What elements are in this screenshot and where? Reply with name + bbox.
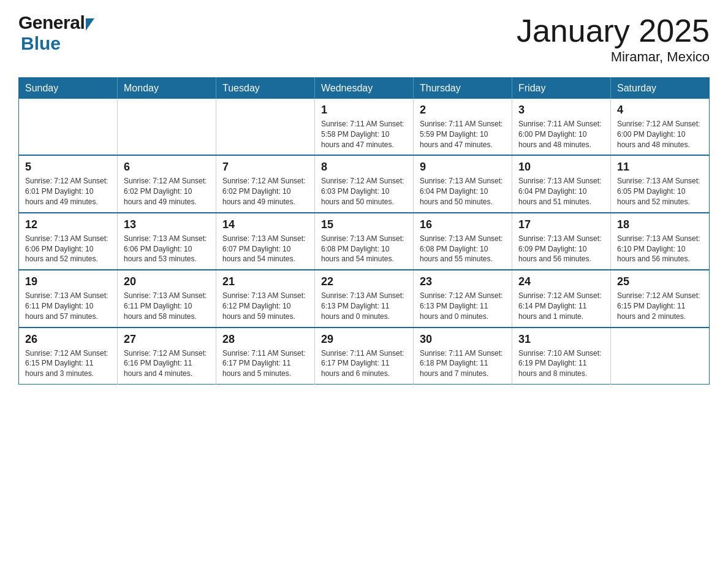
day-number: 25 [617, 275, 703, 288]
calendar-week-row: 26Sunrise: 7:12 AM Sunset: 6:15 PM Dayli… [19, 327, 710, 385]
day-number: 8 [321, 161, 407, 174]
calendar-cell: 28Sunrise: 7:11 AM Sunset: 6:17 PM Dayli… [216, 327, 315, 385]
calendar-cell: 31Sunrise: 7:10 AM Sunset: 6:19 PM Dayli… [512, 327, 611, 385]
day-number: 14 [222, 218, 308, 231]
calendar-cell: 16Sunrise: 7:13 AM Sunset: 6:08 PM Dayli… [414, 213, 512, 270]
day-info: Sunrise: 7:13 AM Sunset: 6:04 PM Dayligh… [420, 176, 506, 207]
day-of-week-header: Wednesday [315, 78, 414, 99]
day-number: 18 [617, 218, 703, 231]
day-info: Sunrise: 7:13 AM Sunset: 6:10 PM Dayligh… [617, 234, 703, 264]
page-header: General Blue January 2025 Miramar, Mexic… [18, 12, 710, 65]
day-number: 23 [420, 275, 506, 288]
day-number: 21 [222, 275, 308, 288]
day-info: Sunrise: 7:12 AM Sunset: 6:02 PM Dayligh… [124, 176, 210, 207]
calendar-cell: 12Sunrise: 7:13 AM Sunset: 6:06 PM Dayli… [19, 213, 118, 270]
day-number: 19 [25, 275, 111, 288]
calendar-cell: 24Sunrise: 7:12 AM Sunset: 6:14 PM Dayli… [512, 270, 611, 327]
calendar-cell: 1Sunrise: 7:11 AM Sunset: 5:58 PM Daylig… [315, 99, 414, 155]
day-info: Sunrise: 7:11 AM Sunset: 6:17 PM Dayligh… [321, 348, 407, 379]
day-number: 13 [124, 218, 210, 231]
day-of-week-header: Friday [512, 78, 611, 99]
day-number: 16 [420, 218, 506, 231]
day-info: Sunrise: 7:10 AM Sunset: 6:19 PM Dayligh… [518, 348, 604, 379]
day-info: Sunrise: 7:11 AM Sunset: 5:58 PM Dayligh… [321, 119, 407, 150]
calendar-cell: 19Sunrise: 7:13 AM Sunset: 6:11 PM Dayli… [19, 270, 118, 327]
day-number: 15 [321, 218, 407, 231]
day-number: 26 [25, 333, 111, 346]
day-info: Sunrise: 7:13 AM Sunset: 6:05 PM Dayligh… [617, 176, 703, 207]
day-info: Sunrise: 7:12 AM Sunset: 6:01 PM Dayligh… [25, 176, 111, 207]
title-block: January 2025 Miramar, Mexico [517, 12, 710, 65]
calendar-title: January 2025 [517, 12, 710, 49]
day-info: Sunrise: 7:11 AM Sunset: 5:59 PM Dayligh… [420, 119, 506, 150]
day-info: Sunrise: 7:12 AM Sunset: 6:15 PM Dayligh… [617, 291, 703, 321]
day-number: 24 [518, 275, 604, 288]
calendar-cell: 15Sunrise: 7:13 AM Sunset: 6:08 PM Dayli… [315, 213, 414, 270]
calendar-cell: 21Sunrise: 7:13 AM Sunset: 6:12 PM Dayli… [216, 270, 315, 327]
day-info: Sunrise: 7:13 AM Sunset: 6:09 PM Dayligh… [518, 234, 604, 264]
calendar-cell: 7Sunrise: 7:12 AM Sunset: 6:02 PM Daylig… [216, 155, 315, 212]
calendar-cell: 11Sunrise: 7:13 AM Sunset: 6:05 PM Dayli… [611, 155, 710, 212]
day-number: 20 [124, 275, 210, 288]
logo-general-text: General [18, 12, 85, 33]
day-info: Sunrise: 7:12 AM Sunset: 6:00 PM Dayligh… [617, 119, 703, 150]
day-info: Sunrise: 7:13 AM Sunset: 6:11 PM Dayligh… [124, 291, 210, 321]
day-of-week-header: Sunday [19, 78, 118, 99]
day-of-week-header: Thursday [414, 78, 512, 99]
day-info: Sunrise: 7:11 AM Sunset: 6:18 PM Dayligh… [420, 348, 506, 379]
calendar-cell: 20Sunrise: 7:13 AM Sunset: 6:11 PM Dayli… [118, 270, 216, 327]
calendar-cell: 18Sunrise: 7:13 AM Sunset: 6:10 PM Dayli… [611, 213, 710, 270]
day-info: Sunrise: 7:12 AM Sunset: 6:15 PM Dayligh… [25, 348, 111, 379]
calendar-week-row: 1Sunrise: 7:11 AM Sunset: 5:58 PM Daylig… [19, 99, 710, 155]
day-info: Sunrise: 7:12 AM Sunset: 6:13 PM Dayligh… [420, 291, 506, 321]
calendar-cell [216, 99, 315, 155]
day-number: 9 [420, 161, 506, 174]
day-info: Sunrise: 7:12 AM Sunset: 6:14 PM Dayligh… [518, 291, 604, 321]
day-number: 2 [420, 104, 506, 117]
calendar-week-row: 12Sunrise: 7:13 AM Sunset: 6:06 PM Dayli… [19, 213, 710, 270]
day-info: Sunrise: 7:12 AM Sunset: 6:16 PM Dayligh… [124, 348, 210, 379]
calendar-cell: 9Sunrise: 7:13 AM Sunset: 6:04 PM Daylig… [414, 155, 512, 212]
day-of-week-header: Saturday [611, 78, 710, 99]
calendar-subtitle: Miramar, Mexico [517, 49, 710, 65]
logo-blue-text: Blue [21, 33, 61, 54]
calendar-table: SundayMondayTuesdayWednesdayThursdayFrid… [18, 77, 710, 385]
day-number: 30 [420, 333, 506, 346]
day-number: 29 [321, 333, 407, 346]
day-number: 31 [518, 333, 604, 346]
day-number: 22 [321, 275, 407, 288]
day-info: Sunrise: 7:13 AM Sunset: 6:06 PM Dayligh… [25, 234, 111, 264]
day-info: Sunrise: 7:13 AM Sunset: 6:07 PM Dayligh… [222, 234, 308, 264]
calendar-cell: 6Sunrise: 7:12 AM Sunset: 6:02 PM Daylig… [118, 155, 216, 212]
day-info: Sunrise: 7:13 AM Sunset: 6:11 PM Dayligh… [25, 291, 111, 321]
calendar-cell: 17Sunrise: 7:13 AM Sunset: 6:09 PM Dayli… [512, 213, 611, 270]
day-number: 5 [25, 161, 111, 174]
day-info: Sunrise: 7:12 AM Sunset: 6:02 PM Dayligh… [222, 176, 308, 207]
calendar-cell [118, 99, 216, 155]
day-info: Sunrise: 7:13 AM Sunset: 6:13 PM Dayligh… [321, 291, 407, 321]
calendar-cell: 8Sunrise: 7:12 AM Sunset: 6:03 PM Daylig… [315, 155, 414, 212]
calendar-cell: 26Sunrise: 7:12 AM Sunset: 6:15 PM Dayli… [19, 327, 118, 385]
day-info: Sunrise: 7:13 AM Sunset: 6:06 PM Dayligh… [124, 234, 210, 264]
day-info: Sunrise: 7:12 AM Sunset: 6:03 PM Dayligh… [321, 176, 407, 207]
logo-triangle-icon [86, 18, 94, 31]
day-number: 27 [124, 333, 210, 346]
calendar-cell: 13Sunrise: 7:13 AM Sunset: 6:06 PM Dayli… [118, 213, 216, 270]
calendar-header-row: SundayMondayTuesdayWednesdayThursdayFrid… [19, 78, 710, 99]
calendar-cell: 23Sunrise: 7:12 AM Sunset: 6:13 PM Dayli… [414, 270, 512, 327]
day-number: 7 [222, 161, 308, 174]
day-info: Sunrise: 7:11 AM Sunset: 6:00 PM Dayligh… [518, 119, 604, 150]
day-of-week-header: Monday [118, 78, 216, 99]
calendar-cell: 22Sunrise: 7:13 AM Sunset: 6:13 PM Dayli… [315, 270, 414, 327]
calendar-cell: 3Sunrise: 7:11 AM Sunset: 6:00 PM Daylig… [512, 99, 611, 155]
day-info: Sunrise: 7:11 AM Sunset: 6:17 PM Dayligh… [222, 348, 308, 379]
day-number: 17 [518, 218, 604, 231]
day-info: Sunrise: 7:13 AM Sunset: 6:04 PM Dayligh… [518, 176, 604, 207]
calendar-cell [611, 327, 710, 385]
day-number: 12 [25, 218, 111, 231]
day-info: Sunrise: 7:13 AM Sunset: 6:08 PM Dayligh… [420, 234, 506, 264]
calendar-cell [19, 99, 118, 155]
day-number: 28 [222, 333, 308, 346]
calendar-cell: 25Sunrise: 7:12 AM Sunset: 6:15 PM Dayli… [611, 270, 710, 327]
day-info: Sunrise: 7:13 AM Sunset: 6:12 PM Dayligh… [222, 291, 308, 321]
